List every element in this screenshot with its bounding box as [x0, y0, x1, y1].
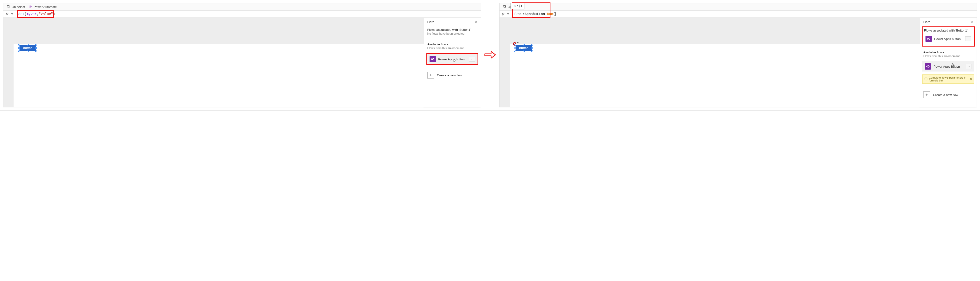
right-panel: On fx Run() PowerAppsbutton.Run( Button … [500, 3, 977, 107]
resize-handle[interactable] [523, 44, 525, 46]
create-flow-label: Create a new flow [437, 73, 462, 77]
available-flows-sub: Flows from this environment [424, 46, 480, 53]
data-pane-title: Data [427, 20, 434, 24]
fx-dropdown[interactable]: fx [3, 11, 16, 18]
power-automate-icon [29, 5, 32, 9]
create-flow-label: Create a new flow [933, 93, 958, 97]
formula-bar: fx Set(myvar,"Value") [3, 11, 480, 18]
button-label: Button [23, 46, 32, 50]
resize-handle[interactable] [27, 44, 29, 46]
flow-icon [430, 56, 436, 62]
resize-handle[interactable] [531, 47, 533, 49]
create-new-flow[interactable]: + Create a new flow [427, 72, 477, 78]
flow-item-available[interactable]: Power Apps button ··· [922, 61, 974, 72]
canvas[interactable]: Button [3, 18, 424, 107]
resize-handle[interactable] [18, 50, 20, 53]
ribbon-bar: On [500, 3, 977, 11]
create-new-flow[interactable]: + Create a new flow [923, 91, 973, 98]
on-select-icon [503, 5, 506, 9]
flow-more-menu[interactable]: ··· [966, 64, 972, 69]
close-icon[interactable]: ✕ [970, 20, 973, 24]
canvas[interactable]: Button ✕ [500, 18, 920, 107]
plus-icon: + [427, 72, 434, 78]
data-pane-header: Data ✕ [920, 18, 977, 26]
tok-method: Run [547, 12, 553, 16]
flow-more-menu[interactable]: ··· [965, 37, 971, 41]
flow-item-label: Power Apps button [438, 57, 465, 61]
power-automate-action[interactable]: Power Automate [29, 5, 57, 9]
no-flows-text: No flows have been selected. [424, 32, 480, 38]
workspace: Button Data ✕ Flows associated with 'But… [3, 18, 480, 107]
plus-icon: + [923, 91, 930, 98]
workspace: Button ✕ Data ✕ [500, 18, 977, 107]
tok-function: Set [18, 12, 24, 16]
available-flows-sub: Flows from this environment [920, 54, 977, 61]
divider [427, 39, 477, 39]
resize-handle[interactable] [514, 44, 516, 46]
warning-banner: ⓘ Complete flow's parameters in formula … [922, 74, 974, 84]
data-pane-title: Data [923, 20, 931, 24]
formula-input[interactable]: Set(myvar,"Value") [16, 11, 480, 18]
flow-icon [925, 63, 931, 70]
formula-input[interactable]: Run() PowerAppsbutton.Run( [512, 11, 977, 18]
flow-item-label: Power Apps button [934, 37, 961, 41]
flow-item-power-apps-button[interactable]: Power Apps button ··· [426, 53, 478, 65]
on-select-label: On select [12, 5, 25, 9]
data-pane-header: Data ✕ [424, 18, 480, 26]
on-select-icon [7, 5, 10, 9]
on-select-action[interactable]: On select [7, 5, 25, 9]
flows-associated-title: Flows associated with 'Button1' [424, 26, 480, 32]
selected-button-control[interactable]: Button [19, 45, 36, 51]
fx-dropdown[interactable]: fx [500, 11, 512, 18]
selected-button-control[interactable]: Button ✕ [515, 45, 532, 51]
button-label: Button [519, 46, 528, 50]
tok-object: PowerAppsbutton [514, 12, 545, 16]
resize-handle[interactable] [35, 47, 37, 49]
resize-handle[interactable] [531, 50, 533, 53]
resize-handle[interactable] [18, 47, 20, 49]
available-flows-title: Available flows [920, 49, 977, 54]
canvas-sheet [14, 45, 424, 107]
flow-icon [926, 36, 932, 42]
resize-handle[interactable] [514, 50, 516, 53]
flows-associated-title: Flows associated with 'Button1' [923, 27, 974, 33]
comparison-container: On select Power Automate fx Set(myvar,"V… [0, 0, 980, 110]
resize-handle[interactable] [35, 50, 37, 53]
transition-arrow-icon [483, 50, 497, 61]
tok-string: "Value" [39, 12, 53, 16]
flow-more-menu[interactable]: ··· [469, 57, 475, 62]
banner-text: Complete flow's parameters in formula ba… [929, 76, 968, 82]
flow-item-label: Power Apps button [934, 65, 960, 69]
power-automate-label: Power Automate [34, 5, 57, 9]
canvas-sheet [510, 45, 920, 107]
signature-tooltip: Run() [511, 3, 524, 9]
ribbon-bar: On select Power Automate [3, 3, 480, 11]
highlight-associated-flows: Flows associated with 'Button1' Power Ap… [922, 26, 975, 46]
left-panel: On select Power Automate fx Set(myvar,"V… [3, 3, 481, 107]
resize-handle[interactable] [531, 44, 533, 46]
resize-handle[interactable] [35, 44, 37, 46]
close-icon[interactable]: ✕ [474, 20, 477, 24]
data-pane: Data ✕ Flows associated with 'Button1' P… [920, 18, 977, 107]
data-pane: Data ✕ Flows associated with 'Button1' N… [424, 18, 480, 107]
info-icon: ⓘ [924, 77, 928, 81]
resize-handle[interactable] [514, 47, 516, 49]
resize-handle[interactable] [523, 50, 525, 53]
svg-rect-1 [503, 6, 505, 7]
error-dropdown-icon[interactable] [517, 42, 519, 43]
resize-handle[interactable] [18, 44, 20, 46]
available-flows-title: Available flows [424, 41, 480, 46]
resize-handle[interactable] [27, 50, 29, 53]
flow-item-associated[interactable]: Power Apps button ··· [923, 34, 974, 44]
tok-variable: myvar [26, 12, 37, 16]
banner-close-icon[interactable]: ✕ [970, 77, 972, 81]
svg-rect-0 [7, 6, 10, 7]
formula-bar: fx Run() PowerAppsbutton.Run( [500, 11, 977, 18]
